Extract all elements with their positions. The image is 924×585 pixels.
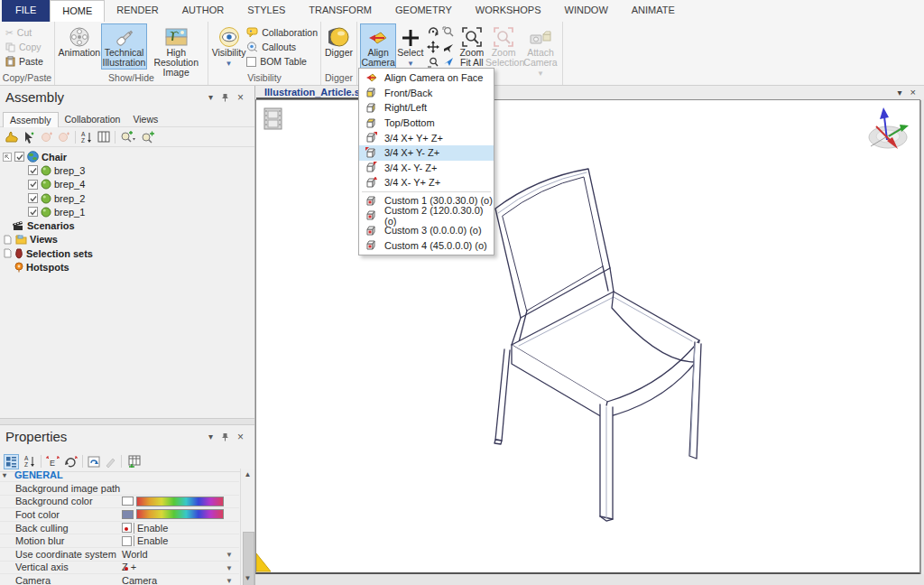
chevron-down-icon[interactable]: ▼	[226, 564, 233, 572]
scroll-down-icon[interactable]: ▼	[241, 572, 254, 585]
menu-item-front-back[interactable]: Front/Back	[359, 86, 494, 101]
property-row[interactable]: Use coordinate system World ▼	[0, 548, 239, 562]
menu-item-34-xpypzp[interactable]: 3/4 X+ Y+ Z+	[359, 130, 494, 145]
properties-scrollbar[interactable]: ▲ ▼	[240, 469, 254, 585]
tree-part-label[interactable]: brep_4	[54, 179, 85, 190]
menu-item-align-camera-on-face[interactable]: Align Camera on Face	[359, 70, 494, 86]
bom-table-checkbox-box[interactable]	[246, 57, 256, 67]
menu-item-custom-3[interactable]: Custom 3 (0.0.0.0) (o)	[359, 223, 494, 238]
close-icon[interactable]: ×	[237, 93, 244, 102]
property-row[interactable]: Back culling Enable	[0, 522, 239, 535]
select-button[interactable]: Select▼	[396, 23, 424, 70]
sort-alpha-icon[interactable]: AZ	[80, 131, 93, 144]
technical-illustration-button[interactable]: Technical Illustration	[101, 23, 148, 70]
property-row[interactable]: Background color	[0, 496, 239, 509]
close-document-icon[interactable]: ×	[910, 87, 916, 98]
property-row[interactable]: Background image path	[0, 482, 239, 496]
color-gradient-bar[interactable]	[136, 509, 224, 519]
tree-part-label[interactable]: brep_2	[54, 193, 85, 204]
tree-row-views[interactable]: Views	[0, 233, 254, 246]
vertical-axis-select[interactable]: Z +	[122, 562, 239, 572]
callouts-button[interactable]: Callouts	[246, 40, 318, 54]
chevron-down-icon[interactable]: ▼	[226, 551, 233, 559]
camera-select[interactable]: Camera	[122, 575, 239, 585]
tree-hotspots-label[interactable]: Hotspots	[26, 262, 69, 273]
color-swatch[interactable]	[122, 497, 134, 506]
coordinate-system-select[interactable]: World	[122, 549, 239, 560]
tab-assembly[interactable]: Assembly	[3, 112, 59, 127]
tab-styles[interactable]: STYLES	[236, 0, 297, 22]
motion-blur-checkbox[interactable]	[122, 536, 132, 546]
storyboard-icon[interactable]	[264, 108, 282, 129]
tree-scenarios-label[interactable]: Scenarios	[27, 220, 75, 231]
tab-collaboration[interactable]: Collaboration	[59, 112, 127, 127]
panel-menu-chevron-icon[interactable]: ▾	[208, 432, 213, 441]
tree-row-part[interactable]: brep_2	[0, 191, 254, 205]
close-icon[interactable]: ×	[237, 432, 244, 441]
tree-row-scenarios[interactable]: Scenarios	[0, 218, 254, 232]
viewport-canvas[interactable]	[255, 99, 920, 574]
tree-row-root[interactable]: Chair	[0, 150, 254, 163]
panel-splitter[interactable]	[0, 418, 254, 425]
visibility-checkbox[interactable]	[28, 180, 38, 190]
paste-button[interactable]: Paste	[5, 54, 43, 69]
visibility-button[interactable]: Visibility▼	[211, 23, 246, 70]
tab-author[interactable]: AUTHOR	[171, 0, 236, 22]
orbit-icon[interactable]	[427, 25, 441, 40]
tab-views[interactable]: Views	[126, 112, 164, 127]
tree-row-part[interactable]: brep_1	[0, 205, 254, 218]
menu-item-34-xpynzp[interactable]: 3/4 X+ Y- Z+	[359, 145, 494, 161]
property-row[interactable]: Camera Camera ▼	[0, 574, 239, 585]
pan-icon[interactable]	[427, 41, 441, 55]
section-general[interactable]: ▾GENERAL	[0, 469, 239, 482]
neutral-properties-icon[interactable]: E	[46, 456, 60, 468]
search-add-icon[interactable]	[141, 131, 155, 144]
tree-views-label[interactable]: Views	[30, 234, 58, 245]
menu-item-right-left[interactable]: Right/Left	[359, 100, 494, 116]
tree-row-selection-sets[interactable]: Selection sets	[0, 246, 254, 260]
animation-button[interactable]: Animation	[58, 23, 101, 70]
zoom-fit-all-button[interactable]: Zoom Fit All	[458, 23, 486, 70]
property-row[interactable]: Motion blur Enable	[0, 534, 239, 548]
fly-mode-icon[interactable]	[442, 41, 457, 55]
add-to-table-icon[interactable]	[126, 455, 141, 468]
property-row[interactable]: Foot color	[0, 508, 239, 522]
tab-list-chevron-icon[interactable]: ▾	[898, 88, 902, 98]
digger-button[interactable]: Digger	[324, 23, 354, 70]
transform-pointer-icon[interactable]	[23, 131, 36, 144]
tree-part-label[interactable]: brep_1	[54, 207, 85, 218]
chevron-down-icon[interactable]: ▼	[226, 577, 233, 585]
color-gradient-bar[interactable]	[136, 497, 224, 506]
pin-icon[interactable]	[221, 93, 229, 102]
pin-icon[interactable]	[221, 432, 229, 441]
tab-file[interactable]: FILE	[2, 0, 50, 22]
visibility-checkbox[interactable]	[28, 193, 38, 203]
tree-row-part[interactable]: brep_3	[0, 163, 254, 177]
high-resolution-image-button[interactable]: High Resolution Image	[147, 23, 205, 70]
menu-item-34-xnynzp[interactable]: 3/4 X- Y- Z+	[359, 161, 494, 176]
collaboration-button[interactable]: Collaboration	[246, 25, 318, 40]
axis-triad-icon[interactable]	[869, 107, 909, 149]
tree-root-label[interactable]: Chair	[42, 152, 67, 162]
zoom-window-icon[interactable]	[442, 25, 457, 40]
tab-workshops[interactable]: WORKSHOPS	[464, 0, 553, 22]
reset-properties-icon[interactable]	[64, 456, 78, 468]
tree-selection-sets-label[interactable]: Selection sets	[26, 248, 93, 259]
scroll-up-icon[interactable]: ▲	[241, 469, 254, 481]
tab-transform[interactable]: TRANSFORM	[297, 0, 383, 22]
color-swatch[interactable]	[122, 510, 134, 519]
property-row[interactable]: Vertical axis Z + ▼	[0, 562, 239, 575]
tree-row-part[interactable]: brep_4	[0, 178, 254, 191]
glove-select-icon[interactable]	[5, 131, 18, 144]
visibility-checkbox[interactable]	[14, 152, 24, 162]
visibility-checkbox[interactable]	[28, 165, 38, 175]
collapse-node-icon[interactable]	[3, 153, 12, 162]
panel-menu-chevron-icon[interactable]: ▾	[208, 93, 213, 102]
apply-to-icon[interactable]	[88, 456, 100, 468]
tree-part-label[interactable]: brep_3	[54, 165, 85, 176]
menu-item-34-xnypzp[interactable]: 3/4 X- Y+ Z+	[359, 175, 494, 190]
section-collapse-icon[interactable]: ▾	[3, 471, 10, 479]
categorized-view-icon[interactable]	[4, 454, 19, 469]
tree-row-hotspots[interactable]: Hotspots	[0, 260, 254, 274]
menu-item-top-bottom[interactable]: Top/Bottom	[359, 116, 494, 131]
